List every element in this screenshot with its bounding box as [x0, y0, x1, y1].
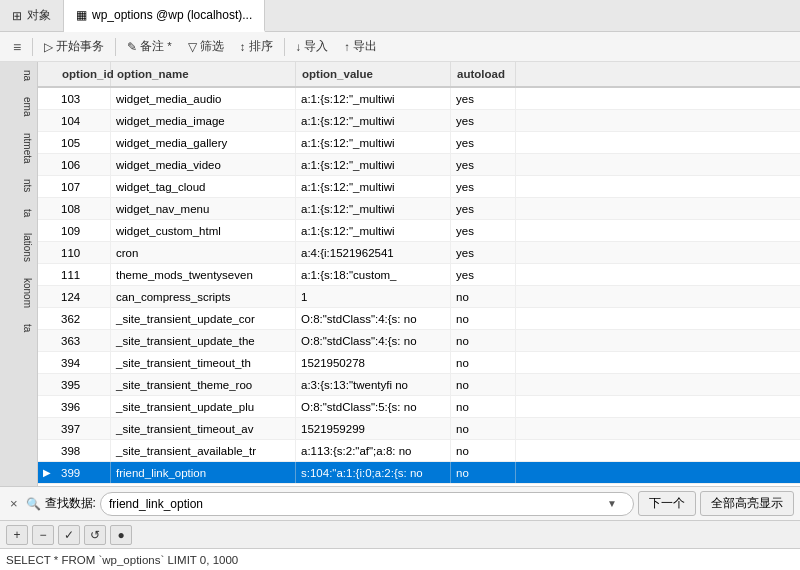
cell-option-value: a:1:{s:12:"_multiwi — [296, 88, 451, 109]
remove-row-button[interactable]: − — [32, 525, 54, 545]
table-row[interactable]: 106widget_media_videoa:1:{s:12:"_multiwi… — [38, 154, 800, 176]
cell-option-id: 395 — [56, 374, 111, 395]
cell-autoload: no — [451, 308, 516, 329]
sql-bar: SELECT * FROM `wp_options` LIMIT 0, 1000 — [0, 548, 800, 570]
table-row[interactable]: 394_site_transient_timeout_th1521950278n… — [38, 352, 800, 374]
cell-option-id: 124 — [56, 286, 111, 307]
cell-option-id: 104 — [56, 110, 111, 131]
search-icon: 🔍 — [26, 497, 41, 511]
sidebar-item-ta1[interactable]: ta — [0, 201, 37, 225]
cell-option-value: a:1:{s:12:"_multiwi — [296, 154, 451, 175]
settings-button[interactable]: ● — [110, 525, 132, 545]
table-row[interactable]: 108widget_nav_menua:1:{s:12:"_multiwiyes — [38, 198, 800, 220]
cell-option-name: _site_transient_update_plu — [111, 396, 296, 417]
cell-option-value: 1521950278 — [296, 352, 451, 373]
cell-option-name: widget_media_image — [111, 110, 296, 131]
table-row[interactable]: 124can_compress_scripts1no — [38, 286, 800, 308]
remove-icon: − — [39, 528, 46, 542]
search-input[interactable] — [109, 497, 605, 511]
toolbar-sep-2 — [115, 38, 116, 56]
filter-button[interactable]: ▽ 筛选 — [181, 36, 231, 57]
cell-autoload: yes — [451, 220, 516, 241]
notes-label: 备注 * — [140, 39, 172, 54]
cell-autoload: no — [451, 330, 516, 351]
refresh-button[interactable]: ↺ — [84, 525, 106, 545]
sidebar-item-nts[interactable]: nts — [0, 171, 37, 200]
cell-option-id: 399 — [56, 462, 111, 483]
search-close-button[interactable]: × — [6, 494, 22, 513]
cell-autoload: yes — [451, 132, 516, 153]
cell-option-id: 362 — [56, 308, 111, 329]
sidebar-item-lations[interactable]: lations — [0, 225, 37, 270]
table-row[interactable]: 395_site_transient_theme_rooa:3:{s:13:"t… — [38, 374, 800, 396]
table-row[interactable]: 110crona:4:{i:1521962541yes — [38, 242, 800, 264]
table-row[interactable]: ▶399friend_link_options:104:"a:1:{i:0;a:… — [38, 462, 800, 484]
cell-autoload: no — [451, 418, 516, 439]
cell-option-name: can_compress_scripts — [111, 286, 296, 307]
import-button[interactable]: ↓ 导入 — [289, 36, 336, 57]
cell-option-name: widget_media_gallery — [111, 132, 296, 153]
cell-option-value: a:1:{s:12:"_multiwi — [296, 198, 451, 219]
tab-objects[interactable]: ⊞ 对象 — [0, 0, 64, 31]
cell-option-name: widget_media_video — [111, 154, 296, 175]
notes-button[interactable]: ✎ 备注 * — [120, 36, 179, 57]
sidebar-item-ntmeta[interactable]: ntmeta — [0, 125, 37, 172]
cell-option-name: cron — [111, 242, 296, 263]
cell-autoload: yes — [451, 154, 516, 175]
add-row-button[interactable]: + — [6, 525, 28, 545]
table-row[interactable]: 398_site_transient_available_tra:113:{s:… — [38, 440, 800, 462]
action-bar: + − ✓ ↺ ● — [0, 520, 800, 548]
sort-icon: ↕ — [240, 41, 246, 53]
search-input-wrapper: ▼ — [100, 492, 634, 516]
cell-option-name: _site_transient_theme_roo — [111, 374, 296, 395]
col-header-option-name: option_name — [111, 62, 296, 86]
cell-autoload: no — [451, 396, 516, 417]
sidebar-item-ema[interactable]: ema — [0, 89, 37, 124]
table-row[interactable]: 104widget_media_imagea:1:{s:12:"_multiwi… — [38, 110, 800, 132]
table-row[interactable]: 397_site_transient_timeout_av1521959299n… — [38, 418, 800, 440]
cell-autoload: yes — [451, 242, 516, 263]
sort-button[interactable]: ↕ 排序 — [233, 36, 280, 57]
table-row[interactable]: 111theme_mods_twentysevena:1:{s:18:"cust… — [38, 264, 800, 286]
table-row[interactable]: 396_site_transient_update_pluO:8:"stdCla… — [38, 396, 800, 418]
toolbar-menu[interactable]: ≡ — [6, 36, 28, 58]
filter-icon: ▽ — [188, 40, 197, 54]
table-row[interactable]: 105widget_media_gallerya:1:{s:12:"_multi… — [38, 132, 800, 154]
cell-option-id: 103 — [56, 88, 111, 109]
cell-option-value: s:104:"a:1:{i:0;a:2:{s: no — [296, 462, 451, 483]
cell-autoload: no — [451, 374, 516, 395]
confirm-button[interactable]: ✓ — [58, 525, 80, 545]
table-row[interactable]: 362_site_transient_update_corO:8:"stdCla… — [38, 308, 800, 330]
cell-option-id: 106 — [56, 154, 111, 175]
left-sidebar: na ema ntmeta nts ta lations konom ta — [0, 62, 38, 486]
import-label: 导入 — [304, 39, 328, 54]
table-row[interactable]: 107widget_tag_clouda:1:{s:12:"_multiwiye… — [38, 176, 800, 198]
sidebar-item-na[interactable]: na — [0, 62, 37, 89]
export-button[interactable]: ↑ 导出 — [337, 36, 384, 57]
sidebar-item-ta2[interactable]: ta — [0, 316, 37, 340]
toolbar-sep-1 — [32, 38, 33, 56]
notes-icon: ✎ — [127, 40, 137, 54]
tab-wp-options-icon: ▦ — [76, 8, 87, 22]
cell-option-name: widget_media_audio — [111, 88, 296, 109]
table-row[interactable]: 103widget_media_audioa:1:{s:12:"_multiwi… — [38, 88, 800, 110]
cell-option-id: 397 — [56, 418, 111, 439]
col-header-autoload: autoload — [451, 62, 516, 86]
cell-option-name: widget_custom_html — [111, 220, 296, 241]
cell-autoload: no — [451, 462, 516, 483]
toolbar: ≡ ▷ 开始事务 ✎ 备注 * ▽ 筛选 ↕ 排序 ↓ 导入 ↑ 导出 — [0, 32, 800, 62]
search-dropdown-arrow[interactable]: ▼ — [607, 498, 625, 509]
cell-option-value: O:8:"stdClass":4:{s: no — [296, 330, 451, 351]
menu-icon: ≡ — [13, 39, 21, 55]
tab-wp-options[interactable]: ▦ wp_options @wp (localhost)... — [64, 0, 265, 32]
cell-option-name: _site_transient_timeout_av — [111, 418, 296, 439]
search-next-button[interactable]: 下一个 — [638, 491, 696, 516]
sidebar-item-konom[interactable]: konom — [0, 270, 37, 316]
table-row[interactable]: 363_site_transient_update_theO:8:"stdCla… — [38, 330, 800, 352]
cell-autoload: yes — [451, 198, 516, 219]
start-task-button[interactable]: ▷ 开始事务 — [37, 36, 111, 57]
search-highlight-button[interactable]: 全部高亮显示 — [700, 491, 794, 516]
refresh-icon: ↺ — [90, 528, 100, 542]
toolbar-sep-3 — [284, 38, 285, 56]
table-row[interactable]: 109widget_custom_htmla:1:{s:12:"_multiwi… — [38, 220, 800, 242]
